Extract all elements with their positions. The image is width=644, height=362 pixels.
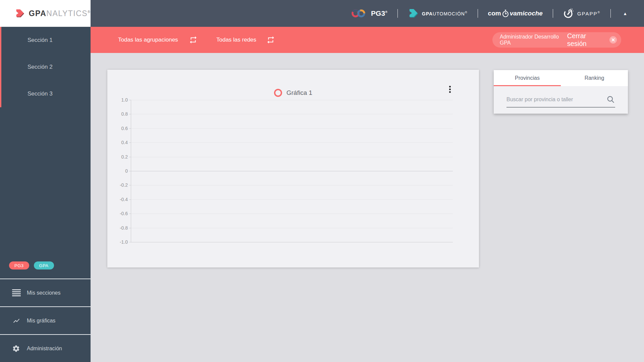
legend-ring-icon <box>274 89 282 97</box>
gridline <box>131 214 453 214</box>
y-axis-tick <box>129 100 131 100</box>
sidebar-item-label: Sección 3 <box>28 90 53 97</box>
header-divider <box>610 9 611 18</box>
brand-coche-com: com <box>488 10 501 17</box>
y-axis-tick-label: -0.4 <box>108 197 128 202</box>
brand-gpautomocion: GPAUTOMOCIÓN® <box>408 8 468 18</box>
swap-icon[interactable] <box>266 36 275 44</box>
brand-comprovamicoche: com vamicoche <box>488 9 543 17</box>
brand-gpauto-reg: ® <box>465 11 468 14</box>
y-axis-tick-label: 0.4 <box>108 140 128 145</box>
gpanalytics-arrow-icon <box>15 5 25 21</box>
comprovamicoche-clock-icon <box>502 9 509 17</box>
sidebar: Sección 1 Sección 2 Sección 3 PG3 GPA Mi… <box>0 27 91 362</box>
chart-legend-item[interactable]: Gráfica 1 <box>107 89 479 97</box>
y-axis-tick <box>129 142 131 143</box>
tab-provincias[interactable]: Provincias <box>494 70 561 86</box>
sidebar-item-administracion[interactable]: Administración <box>0 335 91 362</box>
chart-card: Gráfica 1 1.00.80.60.40.20-0.2-0.4-0.6-0… <box>107 70 479 267</box>
brand-gpauto-bold: GPA <box>422 11 433 16</box>
brand-coche-vamicoche: vamicoche <box>510 10 543 17</box>
filter-agrupaciones-label: Todas las agrupaciones <box>118 37 178 43</box>
app-logo[interactable]: GPANALYTICS® <box>0 0 91 27</box>
logo-gpa: GPA <box>29 9 47 18</box>
brand-gpauto-rest: UTOMOCIÓN <box>433 11 465 16</box>
y-axis-tick-label: 0.2 <box>108 154 128 160</box>
y-axis-tick <box>129 157 131 157</box>
sidebar-item-label: Sección 2 <box>28 64 53 70</box>
sidebar-item-seccion-1[interactable]: Sección 1 <box>0 27 91 54</box>
brand-pg3-label: PG3 <box>371 9 385 17</box>
y-axis-tick-label: -0.6 <box>108 211 128 216</box>
y-axis-tick <box>129 114 131 114</box>
header-divider <box>397 9 398 18</box>
y-axis-tick-label: -0.8 <box>108 225 128 231</box>
gridline <box>131 100 453 100</box>
y-axis-tick <box>129 171 131 171</box>
top-header: PG3® GPAUTOMOCIÓN® com vamicoche GPAPP® <box>91 0 644 27</box>
panel-tabs: Provincias Ranking <box>494 70 628 86</box>
brand-pg3: PG3® <box>351 8 387 18</box>
logo-nalytics: NALYTICS <box>46 9 88 18</box>
gridline <box>131 171 453 171</box>
y-axis-tick-label: -1.0 <box>108 239 128 245</box>
sidebar-item-seccion-3[interactable]: Sección 3 <box>0 80 91 107</box>
y-axis-tick-label: 0.6 <box>108 126 128 131</box>
y-axis-tick <box>129 242 131 242</box>
active-tab-indicator <box>494 85 561 86</box>
gpautomocion-arrow-icon <box>408 8 419 18</box>
main-content: Gráfica 1 1.00.80.60.40.20-0.2-0.4-0.6-0… <box>91 53 644 362</box>
panel-body <box>494 86 628 114</box>
badge-row: PG3 GPA <box>0 252 91 279</box>
sidebar-scroll-indicator[interactable] <box>0 27 1 107</box>
gear-icon <box>12 345 21 353</box>
brand-gpapp: GPAPP® <box>563 8 600 19</box>
tab-ranking[interactable]: Ranking <box>561 70 628 86</box>
gridline <box>131 114 453 114</box>
pg3-badge[interactable]: PG3 <box>9 261 29 269</box>
y-axis-tick <box>129 214 131 214</box>
legend-label: Gráfica 1 <box>286 89 312 97</box>
y-axis-tick-label: 0.8 <box>108 111 128 117</box>
y-axis-tick <box>129 228 131 228</box>
list-icon <box>12 289 21 296</box>
gridline <box>131 242 453 242</box>
pg3-infinity-icon <box>351 8 368 18</box>
menu-label: Administración <box>27 346 62 352</box>
right-panel: Provincias Ranking <box>494 70 628 114</box>
kebab-menu-icon[interactable] <box>448 84 452 94</box>
user-name: Administrador Desarrollo GPA <box>500 34 567 46</box>
y-axis-tick <box>129 185 131 185</box>
gridline <box>131 142 453 143</box>
search-field <box>506 92 615 108</box>
y-axis-tick <box>129 128 131 129</box>
y-axis-tick-label: 0 <box>108 168 128 174</box>
brand-gpapp-label: GPAPP <box>577 11 598 16</box>
menu-label: Mis gráficas <box>27 318 55 324</box>
logout-close-icon[interactable] <box>609 36 617 44</box>
sidebar-item-label: Sección 1 <box>28 37 53 44</box>
user-session-pill: Administrador Desarrollo GPA Cerrar sesi… <box>492 32 621 48</box>
y-axis-tick-label: 1.0 <box>108 97 128 103</box>
search-input[interactable] <box>506 97 606 103</box>
brand-gpapp-reg: ® <box>597 11 600 14</box>
gridline <box>131 228 453 228</box>
filter-agrupaciones[interactable]: Todas las agrupaciones <box>118 27 198 53</box>
sidebar-item-mis-secciones[interactable]: Mis secciones <box>0 279 91 306</box>
collapse-arrow-icon[interactable]: ▲ <box>623 11 627 16</box>
y-axis-tick <box>129 199 131 200</box>
sidebar-bottom: PG3 GPA Mis secciones Mis gráficas Admin… <box>0 252 91 362</box>
sidebar-item-mis-graficas[interactable]: Mis gráficas <box>0 307 91 334</box>
app-logo-text: GPANALYTICS® <box>29 9 91 18</box>
logout-button[interactable]: Cerrar sesión <box>567 32 605 48</box>
swap-icon[interactable] <box>189 36 198 44</box>
gridline <box>131 199 453 200</box>
header-divider <box>553 9 553 18</box>
gridline <box>131 157 453 157</box>
filter-redes[interactable]: Todas las redes <box>216 27 275 53</box>
sidebar-item-seccion-2[interactable]: Sección 2 <box>0 54 91 80</box>
line-chart-icon <box>12 317 21 324</box>
search-icon[interactable] <box>606 95 615 104</box>
gpa-badge[interactable]: GPA <box>34 261 54 269</box>
gridline <box>131 128 453 129</box>
